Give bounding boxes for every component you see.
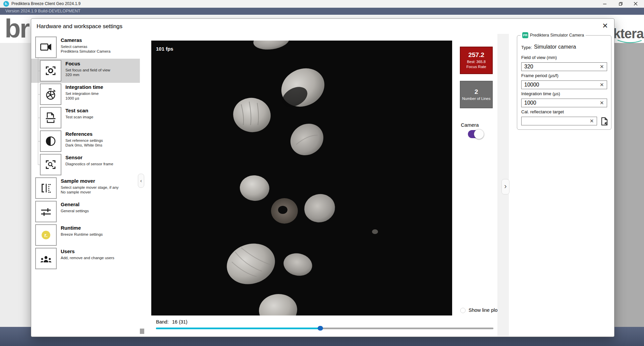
panel-legend-text: Prediktera Simulator Camera [530, 33, 584, 38]
collapse-sidebar-tab[interactable]: ‹ [138, 174, 144, 188]
band-value: 16 (31) [172, 319, 187, 325]
sensor-search-icon [40, 154, 61, 175]
sliders-icon [35, 201, 57, 222]
band-slider[interactable] [156, 328, 493, 329]
pr-badge: PR [522, 32, 528, 38]
focus-rate-value: 257.2 [461, 51, 492, 59]
type-value: Simulator camera [534, 44, 576, 50]
lines-label: Number of Lines [461, 97, 492, 101]
clear-icon[interactable]: ✕ [590, 118, 594, 124]
users-icon [35, 248, 57, 269]
video-camera-icon [35, 37, 57, 58]
cal-reflectance-input[interactable] [521, 117, 597, 125]
aperture-icon [40, 83, 61, 105]
frame-period-label: Frame period (µs/f) [521, 73, 558, 78]
browse-file-button[interactable] [600, 117, 609, 126]
version-text: Version 2024.1.9 Build-DEVELOPMENT [5, 9, 80, 13]
focus-rate-label: Focus Rate [461, 65, 492, 69]
file-open-icon [600, 117, 609, 126]
band-label: Band: [156, 319, 169, 325]
band-slider-thumb[interactable] [318, 326, 323, 331]
integration-time-input[interactable] [521, 99, 607, 107]
lines-value: 2 [461, 88, 492, 96]
clear-icon[interactable]: ✕ [600, 100, 604, 106]
dialog-title: Hardware and workspace settings [37, 23, 122, 30]
number-of-lines-box: 2 Number of Lines [460, 81, 493, 108]
camera-settings-panel: PR Prediktera Simulator Camera Type: Sim… [517, 35, 611, 130]
camera-feed-image [151, 41, 452, 315]
prediktera-logo-fragment: ktera. [613, 26, 644, 41]
breeze-logo-fragment: br [5, 13, 29, 44]
close-icon: ✕ [602, 22, 608, 30]
hardware-settings-dialog: Hardware and workspace settings ✕ Camera… [31, 18, 614, 337]
panel-legend: PR Prediktera Simulator Camera [521, 32, 586, 38]
minimize-button[interactable] [600, 0, 609, 8]
chevron-left-icon: ‹ [140, 178, 142, 183]
app-logo-icon: b. [3, 1, 9, 7]
camera-toggle[interactable] [468, 130, 483, 138]
toggle-knob [474, 129, 484, 139]
version-bar: Version 2024.1.9 Build-DEVELOPMENT [0, 8, 644, 15]
frame-period-input[interactable] [521, 80, 607, 89]
close-icon [634, 2, 638, 6]
runtime-icon: r. [35, 224, 57, 246]
camera-preview: 101 fps [151, 41, 452, 315]
screen: b. Prediktera Breeze Client Geo 2024.1.9… [0, 0, 644, 346]
tree-connector [38, 58, 38, 165]
cal-reflectance-label: Cal. reflectance target [521, 109, 564, 114]
restore-icon [619, 2, 623, 6]
fps-overlay: 101 fps [156, 46, 173, 52]
chevron-right-icon: › [504, 182, 506, 190]
field-of-view-input[interactable] [521, 62, 607, 71]
dialog-close-button[interactable]: ✕ [601, 21, 609, 30]
clear-icon[interactable]: ✕ [600, 64, 604, 70]
band-slider-fill [156, 328, 320, 329]
window-title: Prediktera Breeze Client Geo 2024.1.9 [11, 1, 80, 6]
focus-rate-best: Best: 365.8 [461, 60, 492, 64]
contrast-icon [40, 130, 61, 152]
scan-document-icon [40, 107, 61, 128]
field-of-view-label: Field of view (mm) [521, 55, 557, 60]
maximize-button[interactable] [616, 0, 625, 8]
integration-time-label: Integration time (µs) [521, 91, 560, 96]
svg-text:r.: r. [44, 232, 48, 238]
minimize-icon [603, 2, 607, 6]
camera-toggle-label: Camera [461, 122, 479, 128]
clear-icon[interactable]: ✕ [600, 82, 604, 88]
close-window-button[interactable] [631, 0, 640, 8]
show-line-plot-radio[interactable] [460, 308, 466, 313]
type-label: Type: [521, 45, 532, 50]
logo-swoosh-icon [617, 40, 642, 44]
sidebar-scrollbar-thumb[interactable] [140, 329, 144, 334]
collapse-panel-tab[interactable]: › [501, 179, 509, 194]
sample-mover-icon [35, 177, 57, 199]
show-line-plot-label: Show line plot [469, 307, 499, 313]
focus-icon [40, 60, 61, 81]
window-titlebar: b. Prediktera Breeze Client Geo 2024.1.9 [0, 0, 644, 8]
focus-rate-box: 257.2 Best: 365.8 Focus Rate [460, 47, 493, 74]
